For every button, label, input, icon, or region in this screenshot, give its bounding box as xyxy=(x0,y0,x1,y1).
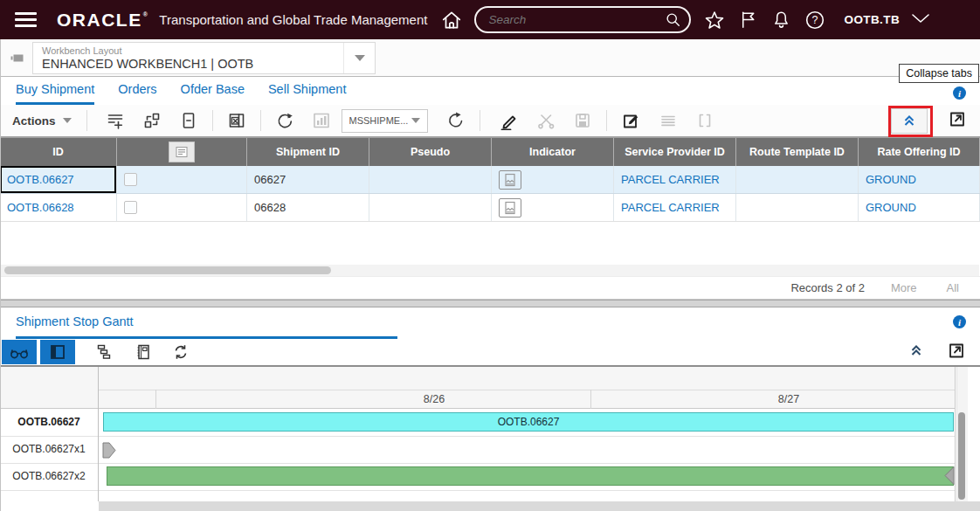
open-in-window-icon[interactable] xyxy=(948,342,965,363)
view-select[interactable]: MSSHIPME... xyxy=(342,109,428,133)
col-header-select xyxy=(117,138,247,166)
vertical-scrollbar-thumb[interactable] xyxy=(958,412,965,500)
gantt-row-label[interactable]: OOTB.06627x2 xyxy=(0,463,98,490)
gantt-date-label: 8/27 xyxy=(745,393,832,405)
collapse-panel-button[interactable] xyxy=(891,108,928,134)
brackets-icon xyxy=(696,112,714,129)
gantt-bar-shipment[interactable]: OOTB.06627 xyxy=(103,412,954,432)
export-excel-icon[interactable] xyxy=(228,112,245,129)
user-menu-label[interactable]: OOTB.TB xyxy=(844,13,900,26)
notifications-bell-icon[interactable] xyxy=(771,10,791,30)
search-icon[interactable] xyxy=(666,12,680,27)
indicator-document-icon xyxy=(503,201,517,215)
tab-orders[interactable]: Orders xyxy=(118,77,156,105)
actions-label: Actions xyxy=(12,114,56,128)
gantt-bar-shipment[interactable] xyxy=(107,466,954,486)
gantt-row-label[interactable]: OOTB.06627x1 xyxy=(0,436,98,463)
cell-pseudo xyxy=(369,194,492,221)
home-icon[interactable] xyxy=(440,9,463,31)
hamburger-menu-icon[interactable] xyxy=(15,12,37,27)
help-icon[interactable]: ? xyxy=(804,10,825,31)
info-icon[interactable]: i xyxy=(953,315,966,328)
col-header-id[interactable]: ID xyxy=(0,138,117,166)
col-header-service-provider[interactable]: Service Provider ID xyxy=(614,138,736,166)
refresh-icon[interactable] xyxy=(173,344,189,360)
workbench-layout-text: Workbench Layout ENHANCED WORKBENCH1 | O… xyxy=(33,45,343,72)
reorder-columns-icon[interactable] xyxy=(143,112,161,129)
gantt-day-gridline xyxy=(155,390,156,409)
records-count: Records 2 of 2 xyxy=(790,281,865,294)
panel-splitter[interactable] xyxy=(0,300,980,307)
row-checkbox[interactable] xyxy=(124,173,137,186)
gantt-panel-toggle-button[interactable] xyxy=(40,340,75,364)
flag-icon[interactable] xyxy=(738,10,758,30)
gantt-end-marker[interactable] xyxy=(944,466,955,489)
chart-icon xyxy=(313,112,330,129)
workbench-layout-label: Workbench Layout xyxy=(42,45,343,57)
gantt-view-button[interactable] xyxy=(2,340,37,364)
gantt-bottom-strip xyxy=(99,501,980,511)
gantt-row-label[interactable]: OOTB.06627 xyxy=(0,409,98,436)
cell-service-provider: PARCEL CARRIER xyxy=(614,166,736,193)
gantt-bars-icon[interactable] xyxy=(96,343,114,361)
reload-icon[interactable] xyxy=(447,112,465,129)
service-provider-link[interactable]: PARCEL CARRIER xyxy=(621,201,720,214)
edit-pencil-icon[interactable] xyxy=(500,112,518,130)
collapse-tabs-tooltip: Collapse tabs xyxy=(899,64,979,83)
workbench-layout-bar: Workbench Layout ENHANCED WORKBENCH1 | O… xyxy=(0,39,980,77)
cell-service-provider: PARCEL CARRIER xyxy=(614,194,736,221)
cell-id[interactable]: OOTB.06627 xyxy=(0,166,117,193)
gantt-row-gridline xyxy=(0,463,955,464)
add-row-icon[interactable] xyxy=(107,112,124,129)
horizontal-scrollbar-thumb[interactable] xyxy=(4,266,331,274)
user-menu-chevron-down-icon[interactable] xyxy=(910,12,931,28)
gantt-panel-header: Shipment Stop Gantt i xyxy=(0,307,980,339)
notebook-icon[interactable] xyxy=(135,343,152,361)
horizontal-scrollbar[interactable] xyxy=(1,265,979,276)
gantt-milestone-marker[interactable] xyxy=(102,442,117,462)
tab-order-base[interactable]: Ofder Base xyxy=(181,77,245,105)
rotate-refresh-icon[interactable] xyxy=(276,112,293,129)
list-lines-icon xyxy=(659,112,677,129)
shipment-id-link[interactable]: OOTB.06628 xyxy=(7,201,74,214)
page-left-border xyxy=(0,39,1,511)
info-icon[interactable]: i xyxy=(953,86,966,100)
grid-menu-button[interactable] xyxy=(169,142,195,162)
col-header-rate-offering[interactable]: Rate Offering ID xyxy=(859,138,980,166)
cell-indicator xyxy=(492,194,614,221)
cell-pseudo xyxy=(369,166,492,193)
row-checkbox[interactable] xyxy=(124,201,137,214)
col-header-indicator[interactable]: Indicator xyxy=(492,138,614,166)
shipment-id-link[interactable]: OOTB.06627 xyxy=(7,173,74,186)
cut-scissors-icon xyxy=(537,112,555,129)
col-header-pseudo[interactable]: Pseudo xyxy=(369,138,492,166)
open-in-window-icon[interactable] xyxy=(949,110,966,131)
workbench-dropdown-caret[interactable] xyxy=(343,43,375,73)
indicator-button[interactable] xyxy=(499,198,521,218)
table-row: OOTB.06628 06628 PARCEL CARRIER GROUND xyxy=(0,194,980,222)
tab-buy-shipment[interactable]: Buy Shipment xyxy=(16,77,94,105)
toolbar-separator xyxy=(212,110,213,131)
rate-offering-link[interactable]: GROUND xyxy=(866,173,916,186)
toolbar-separator xyxy=(606,110,607,131)
service-provider-link[interactable]: PARCEL CARRIER xyxy=(621,173,720,186)
remove-document-icon[interactable] xyxy=(180,112,197,129)
actions-menu-button[interactable]: Actions xyxy=(12,114,72,128)
col-header-shipment-id[interactable]: Shipment ID xyxy=(247,138,369,166)
tab-sell-shipment[interactable]: Sell Shipment xyxy=(268,77,346,105)
indicator-button[interactable] xyxy=(499,170,521,190)
more-link[interactable]: More xyxy=(891,281,917,294)
col-header-route-template[interactable]: Route Template ID xyxy=(736,138,859,166)
all-link[interactable]: All xyxy=(947,281,959,294)
view-select-value: MSSHIPME... xyxy=(349,115,409,126)
gantt-chart: 8/26 8/27 OOTB.06627 OOTB.06627x1 OOTB.0… xyxy=(0,367,980,511)
cell-id[interactable]: OOTB.06628 xyxy=(0,194,117,221)
cell-rate-offering: GROUND xyxy=(859,166,980,193)
favorites-star-icon[interactable] xyxy=(704,10,725,31)
search-input[interactable] xyxy=(488,13,666,26)
rate-offering-link[interactable]: GROUND xyxy=(866,201,916,214)
collapse-gantt-button[interactable] xyxy=(909,343,923,361)
tab-shipment-stop-gantt[interactable]: Shipment Stop Gantt xyxy=(16,314,134,328)
workbench-layout-selector[interactable]: Workbench Layout ENHANCED WORKBENCH1 | O… xyxy=(32,42,376,74)
edit-in-box-icon[interactable] xyxy=(622,112,640,130)
